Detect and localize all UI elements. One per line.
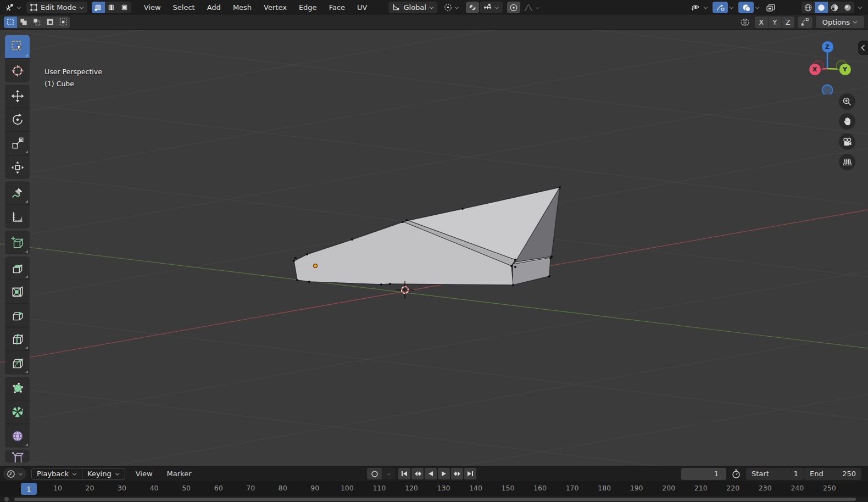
solid-shading-button[interactable] — [815, 2, 828, 13]
tool-poly-build[interactable] — [5, 377, 30, 400]
tool-rotate[interactable] — [5, 108, 30, 132]
tool-transform[interactable] — [5, 155, 30, 179]
next-keyframe-button[interactable] — [451, 468, 463, 479]
menu-uv[interactable]: UV — [351, 0, 373, 15]
menu-vertex[interactable]: Vertex — [258, 0, 293, 15]
playback-keying-group: Playback Keying — [31, 468, 125, 480]
perspective-toggle-button[interactable] — [839, 154, 855, 170]
play-button[interactable] — [438, 468, 450, 479]
mirror-toggle-button[interactable] — [738, 16, 752, 28]
camera-view-button[interactable] — [839, 133, 855, 150]
gizmo-z-axis[interactable]: Z — [822, 41, 833, 53]
tool-bevel[interactable] — [5, 304, 30, 327]
tool-inset-faces[interactable] — [5, 280, 30, 304]
playback-dropdown[interactable]: Playback — [32, 468, 82, 479]
menu-select[interactable]: Select — [167, 0, 201, 15]
tool-edge-slide[interactable] — [5, 450, 30, 462]
menu-face[interactable]: Face — [323, 0, 351, 15]
gizmo-x-axis[interactable]: X — [809, 64, 821, 75]
auto-keying-dropdown[interactable] — [382, 468, 395, 479]
mirror-butterfly-icon — [739, 18, 750, 27]
start-frame-field[interactable]: Start 1 — [746, 468, 804, 480]
snap-base-button[interactable] — [798, 16, 813, 28]
editor-type-button[interactable] — [3, 2, 22, 13]
chevron-down-icon[interactable] — [703, 5, 708, 10]
tool-loop-cut[interactable] — [5, 327, 30, 351]
menu-mesh[interactable]: Mesh — [227, 0, 258, 15]
menu-edge[interactable]: Edge — [293, 0, 323, 15]
options-dropdown[interactable]: Options — [816, 16, 864, 28]
menu-view[interactable]: View — [138, 0, 167, 15]
mirror-x-button[interactable]: X — [755, 16, 768, 28]
tool-scale[interactable] — [5, 132, 30, 155]
select-new-icon — [7, 18, 14, 26]
tool-knife[interactable] — [5, 351, 30, 375]
mesh-cube[interactable] — [293, 186, 561, 286]
jump-to-end-button[interactable] — [464, 468, 476, 479]
navigation-gizmo[interactable]: Z X Y — [802, 34, 853, 94]
auto-keying-button[interactable] — [367, 468, 382, 479]
mirror-y-button[interactable]: Y — [768, 16, 781, 28]
prev-keyframe-button[interactable] — [411, 468, 424, 479]
play-reverse-button[interactable] — [425, 468, 437, 479]
show-object-types-button[interactable] — [689, 2, 702, 13]
menu-add[interactable]: Add — [201, 0, 227, 15]
vertex-select-mode-button[interactable] — [92, 2, 105, 13]
chevron-down-icon[interactable] — [858, 5, 863, 10]
overlays-toggle-button[interactable] — [738, 2, 754, 13]
select-invert-button[interactable] — [43, 16, 57, 28]
gizmo-arrow-icon — [716, 3, 725, 12]
gizmo-y-axis[interactable]: Y — [839, 64, 851, 75]
timeline-menu-marker[interactable]: Marker — [160, 470, 199, 478]
falloff-curve-icon — [524, 4, 533, 12]
snap-toggle-button[interactable] — [466, 2, 479, 13]
falloff-dropdown[interactable] — [521, 2, 543, 13]
tool-add-cube[interactable] — [5, 231, 30, 254]
spin-icon — [10, 405, 25, 419]
tool-measure[interactable] — [5, 205, 30, 228]
tool-annotate[interactable] — [5, 181, 30, 205]
mode-dropdown[interactable]: Edit Mode — [26, 2, 87, 13]
measure-icon — [10, 210, 25, 224]
timeline-ruler[interactable]: 1020304050607080901001101201301401501601… — [0, 481, 868, 497]
tool-extrude-region[interactable] — [5, 256, 30, 280]
zoom-button[interactable] — [839, 93, 855, 110]
tool-cursor[interactable] — [5, 59, 30, 82]
face-select-mode-button[interactable] — [118, 2, 131, 13]
tool-smooth[interactable] — [5, 424, 30, 448]
mirror-z-button[interactable]: Z — [781, 16, 794, 28]
timeline-menu-view[interactable]: View — [129, 470, 160, 478]
sidebar-toggle[interactable] — [858, 41, 868, 55]
3d-viewport[interactable]: User Perspective (1) Cube — [0, 30, 868, 466]
end-frame-field[interactable]: End 250 — [804, 468, 861, 480]
timeline-editor-type-button[interactable] — [3, 468, 26, 480]
pan-button[interactable] — [839, 113, 855, 130]
jump-to-start-button[interactable] — [398, 468, 410, 479]
tool-spin[interactable] — [5, 400, 30, 424]
select-set-button[interactable] — [4, 16, 17, 28]
material-preview-button[interactable] — [828, 2, 841, 13]
tool-move[interactable] — [5, 85, 30, 108]
wireframe-shading-button[interactable] — [802, 2, 815, 13]
pivot-point-dropdown[interactable] — [442, 2, 461, 13]
edge-select-mode-button[interactable] — [105, 2, 118, 13]
current-frame-field[interactable]: 1 — [681, 468, 726, 480]
snap-with-dropdown[interactable] — [480, 2, 503, 13]
timeline-scroll-area — [0, 497, 868, 502]
tool-select-box[interactable] — [5, 35, 30, 59]
chevron-down-icon[interactable] — [755, 5, 760, 10]
select-subtract-button[interactable] — [30, 16, 43, 28]
chevron-down-icon[interactable] — [729, 5, 734, 10]
select-extend-button[interactable] — [17, 16, 30, 28]
keying-dropdown[interactable]: Keying — [82, 468, 125, 479]
stopwatch-icon[interactable] — [731, 469, 741, 479]
timeline-scrollbar[interactable] — [14, 498, 856, 501]
scrollbar-nub[interactable] — [4, 497, 9, 501]
gizmos-toggle-button[interactable] — [713, 2, 728, 13]
rendered-shading-button[interactable] — [841, 2, 854, 13]
proportional-editing-button[interactable] — [507, 2, 520, 13]
select-intersect-button[interactable] — [57, 16, 70, 28]
current-frame-indicator[interactable]: 1 — [21, 483, 37, 495]
xray-toggle-button[interactable] — [764, 2, 777, 13]
transform-orientation-dropdown[interactable]: Global — [388, 2, 437, 13]
